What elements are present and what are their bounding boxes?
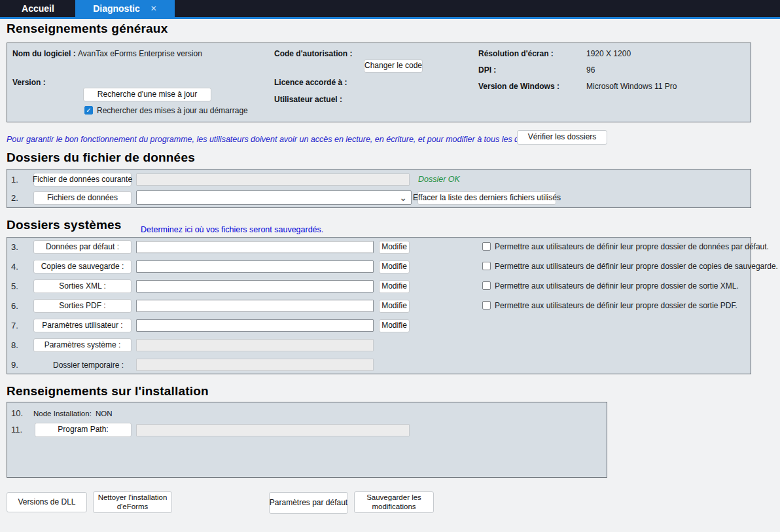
dll-versions-button[interactable]: Versions de DLL [7, 492, 87, 512]
dpi-label: DPI : [478, 65, 496, 75]
clean-install-button[interactable]: Nettoyer l'installation d'eForms [93, 491, 172, 513]
licence-label: Licence accordé à : [274, 78, 347, 87]
version-label: Version : [12, 78, 46, 87]
close-icon[interactable]: ✕ [151, 4, 157, 13]
row-number: 8. [11, 340, 18, 350]
current-data-file-button[interactable]: Fichier de données courante [33, 173, 132, 186]
modify-default-data-button[interactable]: Modifie [379, 241, 410, 254]
default-data-folder-input[interactable] [136, 241, 374, 253]
system-folders-panel: 3. Données par défaut : Modifie Permettr… [7, 237, 751, 374]
current-user-label: Utilisateur actuel : [274, 95, 342, 104]
clear-recent-files-button[interactable]: Effacer la liste des derniers fichiers u… [417, 191, 556, 205]
node-installation-value: NON [96, 410, 113, 417]
save-changes-button[interactable]: Sauvegarder les modifications [354, 491, 434, 513]
system-folders-section-title: Dossiers systèmes [7, 218, 122, 232]
recent-files-combobox[interactable]: ⌄ [136, 190, 412, 205]
system-settings-folder-button[interactable]: Paramètres système : [33, 338, 132, 352]
folders-access-notice: Pour garantir le bon fonctionnement du p… [7, 135, 603, 144]
modify-backup-button[interactable]: Modifie [379, 260, 410, 274]
tab-bar: Accueil Diagnostic ✕ [0, 0, 780, 17]
general-section-title: Renseignements généraux [7, 22, 168, 36]
allow-own-pdf-label: Permettre aux utilisateurs de définir le… [495, 301, 737, 310]
check-icon: ✓ [86, 107, 91, 114]
data-files-button[interactable]: Fichiers de données [33, 191, 132, 205]
data-folders-panel: 1. Fichier de données courante Dossier O… [7, 169, 751, 208]
windows-version-value: Microsoft Windows 11 Pro [586, 82, 677, 91]
backup-folder-input[interactable] [136, 260, 374, 273]
folder-ok-status: Dossier OK [418, 175, 460, 184]
current-data-file-input [136, 173, 410, 186]
update-startup-checkbox[interactable]: ✓ [84, 106, 93, 115]
row-number: 2. [11, 193, 18, 203]
allow-own-backup-label: Permettre aux utilisateurs de définir le… [495, 262, 778, 271]
modify-xml-button[interactable]: Modifie [379, 280, 410, 293]
auth-code-label: Code d'autorisation : [274, 49, 353, 58]
modify-user-settings-button[interactable]: Modifie [379, 319, 410, 332]
backup-folder-button[interactable]: Copies de sauvegarde : [33, 260, 132, 274]
temp-folder-input [136, 359, 374, 371]
general-panel: Nom du logiciel : AvanTax eForms Enterpr… [7, 43, 751, 122]
change-code-button[interactable]: Changer le code [364, 60, 423, 73]
default-data-folder-button[interactable]: Données par défaut : [33, 240, 132, 254]
dpi-value: 96 [586, 65, 595, 75]
allow-own-pdf-checkbox[interactable] [482, 301, 491, 310]
system-folders-subtitle: Determinez ici où vos fichiers seront sa… [141, 225, 323, 234]
chevron-down-icon[interactable]: ⌄ [399, 191, 407, 204]
allow-own-xml-checkbox[interactable] [482, 281, 491, 290]
user-settings-folder-input[interactable] [136, 319, 374, 332]
row-number: 1. [11, 175, 18, 185]
tab-diagnostic[interactable]: Diagnostic ✕ [75, 0, 175, 17]
row-number: 4. [11, 262, 18, 272]
allow-own-default-data-checkbox[interactable] [482, 242, 491, 251]
xml-output-folder-button[interactable]: Sorties XML : [33, 279, 132, 293]
row-number: 7. [11, 321, 18, 330]
row-number: 6. [11, 301, 18, 311]
verify-folders-button[interactable]: Vérifier les dossiers [517, 130, 607, 145]
node-installation-label: Node Installation: [33, 410, 92, 417]
row-number: 5. [11, 281, 18, 291]
allow-own-backup-checkbox[interactable] [482, 262, 491, 270]
installation-section-title: Renseignements sur l'installation [7, 384, 209, 399]
default-settings-button[interactable]: Paramètres par défaut [269, 492, 348, 514]
program-path-button[interactable]: Program Path: [35, 423, 132, 437]
tab-accueil-label: Accueil [22, 3, 54, 14]
resolution-value: 1920 X 1200 [586, 49, 631, 58]
software-name-value: AvanTax eForms Enterprise version [78, 49, 202, 58]
software-name-label: Nom du logiciel : [12, 49, 76, 58]
row-number: 11. [11, 425, 22, 434]
tab-diagnostic-label: Diagnostic [93, 3, 140, 14]
allow-own-xml-label: Permettre aux utilisateurs de définir le… [495, 281, 739, 291]
row-number: 9. [11, 360, 18, 370]
windows-version-label: Version de Windows : [478, 82, 559, 91]
installation-panel: 10. Node Installation: NON 11. Program P… [7, 402, 607, 478]
row-number: 3. [11, 242, 18, 252]
tabbar-accent-line [0, 17, 780, 19]
modify-pdf-button[interactable]: Modifie [379, 300, 410, 313]
system-settings-folder-input [136, 339, 374, 351]
resolution-label: Résolution d'écran : [478, 49, 554, 58]
xml-output-folder-input[interactable] [136, 280, 374, 293]
row-number: 10. [11, 408, 23, 418]
check-update-button[interactable]: Recherche d'une mise à jour [83, 88, 211, 101]
pdf-output-folder-button[interactable]: Sorties PDF : [33, 299, 132, 313]
temp-folder-label: Dossier temporaire : [53, 361, 124, 370]
pdf-output-folder-input[interactable] [136, 300, 374, 312]
program-path-input [136, 424, 410, 436]
user-settings-folder-button[interactable]: Paramètres utilisateur : [33, 319, 132, 332]
data-folders-section-title: Dossiers du fichier de données [7, 151, 195, 165]
update-startup-label: Rechercher des mises à jour au démarrage [97, 106, 248, 115]
tab-accueil[interactable]: Accueil [7, 0, 69, 17]
allow-own-default-data-label: Permettre aux utilisateurs de définir le… [495, 242, 769, 251]
